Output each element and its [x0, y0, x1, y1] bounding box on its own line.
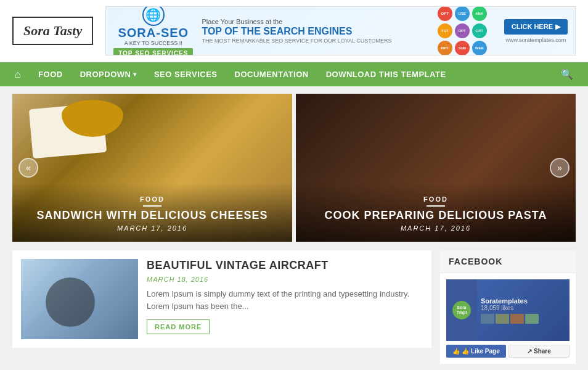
slide-2[interactable]: FOOD COOK PREPARING DELICIOUS PASTA MARC…	[296, 94, 576, 242]
fb-mini-img-3	[510, 314, 524, 324]
ad-tagline: A KEY TO SUCCESS !!	[125, 40, 182, 46]
fb-page-info: Soratemplates 18,059 likes	[477, 279, 570, 341]
read-more-button[interactable]: READ MORE	[147, 319, 210, 334]
article-title[interactable]: BEAUTIFUL VINTAGE AIRCRAFT	[147, 259, 423, 272]
fb-page-name: Soratemplates	[481, 297, 566, 305]
slide-1[interactable]: FOOD SANDWICH WITH DELICIOUS CHEESES MAR…	[12, 94, 292, 242]
fb-likes-count: 18,059 likes	[481, 305, 566, 311]
fb-page-logo: SoraTmpl	[452, 301, 471, 319]
fb-share-button[interactable]: ↗ Share	[508, 345, 570, 358]
fb-preview-inner: SoraTmpl Soratemplates 18,059 likes	[446, 279, 570, 341]
nav-dropdown-label: DROPDOWN	[80, 70, 131, 79]
ad-brand-name: SORA-SEO	[118, 26, 189, 40]
slider-next-button[interactable]: »	[550, 158, 570, 178]
nav-item-download[interactable]: DOWNLOAD THIS TEMPLATE	[317, 62, 455, 86]
home-icon: ⌂	[15, 69, 21, 80]
ad-circle-9: WEB	[472, 41, 487, 56]
ad-circle-8: SUB	[455, 41, 470, 56]
slide-1-date: MARCH 17, 2016	[22, 224, 282, 232]
facebook-preview: SoraTmpl Soratemplates 18,059 likes	[446, 279, 570, 341]
article-content: BEAUTIFUL VINTAGE AIRCRAFT MARCH 18, 201…	[147, 259, 423, 339]
slider-prev-button[interactable]: «	[18, 158, 38, 178]
slide-2-overlay: FOOD COOK PREPARING DELICIOUS PASTA MARC…	[296, 183, 576, 242]
fb-preview-images	[481, 314, 566, 324]
ad-globe-icon: 🌐	[142, 6, 165, 26]
ad-circle-2: USE	[455, 6, 470, 21]
ad-circle-5: RPT	[455, 23, 470, 38]
ad-cta-section: CLICK HERE ▶ www.soratemplates.com	[504, 19, 568, 43]
article-thumb-image	[21, 259, 138, 339]
search-icon: 🔍	[561, 69, 573, 80]
ad-banner[interactable]: 🌐 SORA-SEO A KEY TO SUCCESS !! TOP SEO S…	[105, 6, 576, 56]
fb-logo-text: SoraTmpl	[457, 305, 467, 316]
facebook-widget: FACEBOOK SoraTmpl Soratemplates 18,059	[440, 250, 576, 364]
fb-actions: 👍 👍 Like Page ↗ Share	[446, 345, 570, 358]
ad-circle-6: OPT	[472, 23, 487, 38]
main-nav: ⌂ FOOD DROPDOWN ▾ SEO SERVICES DOCUMENTA…	[0, 62, 588, 86]
nav-seo-label: SEO SERVICES	[154, 70, 218, 79]
fb-mini-img-4	[525, 314, 539, 324]
nav-item-documentation[interactable]: DOCUMENTATION	[226, 62, 317, 86]
nav-docs-label: DOCUMENTATION	[235, 70, 309, 79]
ad-middle: Place Your Business at the TOP OF THE SE…	[202, 18, 430, 43]
ad-headline1: Place Your Business at the	[202, 18, 430, 25]
slide-2-date: MARCH 17, 2016	[306, 224, 566, 232]
fb-logo-section: SoraTmpl	[446, 279, 477, 341]
nav-item-dropdown[interactable]: DROPDOWN ▾	[71, 62, 145, 86]
slide-1-overlay: FOOD SANDWICH WITH DELICIOUS CHEESES MAR…	[12, 183, 292, 242]
ad-cta-button[interactable]: CLICK HERE ▶	[504, 19, 568, 35]
ad-circle-7: RPT	[438, 41, 452, 56]
left-arrow-icon: «	[26, 163, 31, 173]
chevron-down-icon: ▾	[133, 71, 137, 78]
ad-website: www.soratemplates.com	[506, 37, 566, 43]
article-excerpt: Lorem Ipsum is simply dummy text of the …	[147, 288, 423, 312]
articles-section: BEAUTIFUL VINTAGE AIRCRAFT MARCH 18, 201…	[12, 250, 431, 364]
nav-item-food[interactable]: FOOD	[30, 62, 71, 86]
ad-top-label: TOP SEO SERVICES	[113, 48, 193, 56]
slide-1-category: FOOD	[22, 195, 282, 203]
play-icon: ▶	[555, 23, 560, 31]
nav-download-label: DOWNLOAD THIS TEMPLATE	[326, 70, 446, 79]
ad-circles: OPT USE ANA TGT RPT OPT RPT SUB WEB	[436, 6, 498, 56]
search-button[interactable]: 🔍	[552, 62, 582, 86]
fb-like-button[interactable]: 👍 👍 Like Page	[446, 345, 506, 358]
slide-2-category: FOOD	[306, 195, 566, 203]
header: Sora Tasty 🌐 SORA-SEO A KEY TO SUCCESS !…	[0, 0, 588, 62]
fb-mini-img-1	[481, 314, 494, 324]
ad-brand-section: 🌐 SORA-SEO A KEY TO SUCCESS !! TOP SEO S…	[113, 6, 193, 56]
article-card: BEAUTIFUL VINTAGE AIRCRAFT MARCH 18, 201…	[12, 250, 431, 348]
ad-circle-4: TGT	[438, 23, 452, 38]
slide-1-divider	[143, 205, 161, 207]
featured-slider: « FOOD SANDWICH WITH DELICIOUS CHEESES M…	[12, 94, 576, 242]
ad-circle-1: OPT	[438, 6, 452, 21]
ad-cta-label: CLICK HERE	[512, 23, 553, 30]
article-thumbnail	[21, 259, 138, 339]
article-date: MARCH 18, 2016	[147, 276, 423, 283]
sidebar: FACEBOOK SoraTmpl Soratemplates 18,059	[440, 250, 576, 364]
slide-2-divider	[427, 205, 445, 207]
ad-circle-3: ANA	[472, 6, 487, 21]
nav-food-label: FOOD	[38, 70, 63, 79]
facebook-widget-content: SoraTmpl Soratemplates 18,059 likes	[440, 273, 576, 364]
nav-item-seo[interactable]: SEO SERVICES	[145, 62, 226, 86]
facebook-widget-title: FACEBOOK	[440, 250, 576, 273]
slide-2-title: COOK PREPARING DELICIOUS PASTA	[306, 209, 566, 222]
ad-description: THE MOST REMARKABLE SEO SERVICE FOR OUR …	[202, 38, 430, 44]
fb-mini-img-2	[496, 314, 509, 324]
ad-headline2: TOP OF THE SEARCH ENGINES	[202, 25, 430, 37]
fb-like-icon: 👍	[452, 348, 460, 355]
site-logo[interactable]: Sora Tasty	[12, 17, 93, 45]
fb-like-label: 👍 Like Page	[462, 348, 499, 355]
nav-home[interactable]: ⌂	[6, 63, 30, 86]
right-arrow-icon: »	[557, 163, 562, 173]
bottom-section: BEAUTIFUL VINTAGE AIRCRAFT MARCH 18, 201…	[12, 250, 576, 364]
slide-1-title: SANDWICH WITH DELICIOUS CHEESES	[22, 209, 282, 222]
main-content: « FOOD SANDWICH WITH DELICIOUS CHEESES M…	[0, 86, 588, 370]
